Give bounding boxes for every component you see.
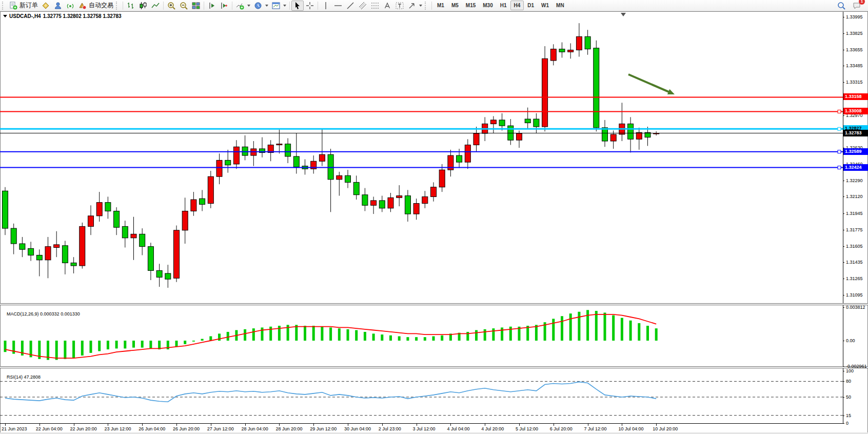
periods-button[interactable] <box>252 1 270 11</box>
time-tick-mark <box>279 424 280 426</box>
timeframe-m30[interactable]: M30 <box>479 1 496 10</box>
price-axis[interactable]: 1.339951.338251.336551.334851.333151.331… <box>843 12 868 303</box>
auto-scroll-button[interactable] <box>206 1 218 11</box>
candle-body <box>200 199 205 204</box>
macd-pane[interactable] <box>0 305 868 366</box>
arrow-annotation[interactable] <box>628 74 670 92</box>
macd-bar <box>484 329 486 341</box>
horizontal-line-tool-button[interactable] <box>332 1 344 11</box>
candlestick-chart-icon <box>139 1 148 10</box>
pane-separator[interactable] <box>0 366 868 368</box>
macd-axis[interactable]: 0.0038120.00-0.002961 <box>843 305 868 366</box>
time-tick-label: 29 Jun 12:00 <box>310 426 337 431</box>
time-tick-label: 5 Jul 12:00 <box>516 426 538 431</box>
macd-bar <box>149 341 152 348</box>
notifications-button[interactable]: 1 <box>851 1 863 11</box>
timeframe-m5[interactable]: M5 <box>448 1 462 10</box>
line-handle[interactable] <box>838 110 841 113</box>
macd-bar <box>432 336 435 341</box>
bar-chart-button[interactable] <box>125 1 137 11</box>
chart-title[interactable]: USDCAD-,H4 1.32775 1.32802 1.32758 1.327… <box>3 13 122 19</box>
time-tick-mark <box>108 424 108 426</box>
candle-body <box>576 36 582 50</box>
price-tick-label: 1.31265 <box>846 276 863 281</box>
styler-button[interactable] <box>40 1 52 11</box>
time-axis[interactable]: 21 Jun 202322 Jun 04:0022 Jun 20:0023 Ju… <box>0 424 868 433</box>
signals-button[interactable] <box>64 1 76 11</box>
line-chart-button[interactable] <box>149 1 162 11</box>
candle-body <box>277 144 282 145</box>
text-label-tool-button[interactable] <box>393 1 406 11</box>
price-line-tag-1.33158: 1.33158 <box>843 93 868 100</box>
time-tick-label: 3 Jul 12:00 <box>413 426 436 431</box>
arrows-tool-button[interactable] <box>406 1 424 11</box>
tile-windows-button[interactable] <box>190 1 202 11</box>
line-handle[interactable] <box>838 150 841 153</box>
candle-body <box>148 247 153 271</box>
candle-body <box>105 203 111 211</box>
timeframe-mn[interactable]: MN <box>553 1 568 10</box>
macd-bar <box>55 341 58 360</box>
search-button[interactable] <box>835 1 847 11</box>
indicators-button[interactable] <box>234 1 252 11</box>
zoom-in-button[interactable] <box>165 1 177 11</box>
main-chart-pane[interactable] <box>0 12 868 303</box>
timeframe-d1[interactable]: D1 <box>524 1 538 10</box>
toolbar-separator <box>204 2 204 10</box>
toolbar-drag-handle[interactable] <box>2 2 6 10</box>
toolbar-separator <box>123 2 123 10</box>
rsi-axis[interactable]: 1008050150 <box>843 368 868 423</box>
cursor-tool-button[interactable] <box>291 1 304 11</box>
rsi-tick-label: 15 <box>846 413 851 418</box>
auto-trading-button[interactable]: 自动交易 <box>76 1 115 11</box>
candlestick-chart-button[interactable] <box>137 1 149 11</box>
chart-shift-button[interactable] <box>218 1 230 11</box>
line-handle[interactable] <box>838 127 841 130</box>
vertical-line-tool-button[interactable] <box>320 1 332 11</box>
time-tick-mark <box>74 424 74 426</box>
candle-body <box>285 144 291 156</box>
equidistant-channel-tool-button[interactable] <box>357 1 369 11</box>
templates-button[interactable] <box>270 1 288 11</box>
toolbar-separator <box>431 2 432 10</box>
candle-body <box>140 234 145 246</box>
macd-bar <box>629 321 632 341</box>
timeframe-m15[interactable]: M15 <box>462 1 479 10</box>
toolbar-drag-handle[interactable] <box>116 2 120 10</box>
macd-bar <box>398 336 401 341</box>
macd-bar <box>372 333 375 341</box>
time-tick-label: 23 Jun 12:00 <box>104 426 131 431</box>
rsi-pane[interactable] <box>0 368 868 423</box>
time-tick-label: 2 Jul 23:00 <box>379 426 401 431</box>
candle-body <box>319 154 325 161</box>
search-icon <box>837 1 846 10</box>
line-chart-icon <box>151 1 160 10</box>
macd-bar <box>638 323 640 341</box>
timeframe-w1[interactable]: W1 <box>538 1 553 10</box>
candle-body <box>80 226 85 266</box>
crosshair-tool-button[interactable] <box>304 1 316 11</box>
timeframe-h1[interactable]: H1 <box>497 1 510 10</box>
time-tick-mark <box>5 424 6 426</box>
shift-marker-icon[interactable] <box>621 13 626 16</box>
trendline-tool-button[interactable] <box>344 1 357 11</box>
gold-diamond-icon <box>41 1 50 10</box>
macd-bar <box>227 332 229 341</box>
new-order-button[interactable]: 新订单 <box>7 1 40 11</box>
fibonacci-tool-button[interactable] <box>369 1 381 11</box>
rsi-tick-label: 80 <box>846 379 851 384</box>
price-tick-label: 1.32290 <box>846 178 863 183</box>
text-tool-button[interactable] <box>381 1 393 11</box>
timeframe-m1[interactable]: M1 <box>433 1 448 10</box>
toolbar-drag-handle[interactable] <box>425 2 428 10</box>
macd-bar <box>124 341 126 348</box>
time-tick-label: 26 Jun 20:00 <box>173 426 200 431</box>
macd-bar <box>604 312 606 341</box>
zoom-out-button[interactable] <box>177 1 190 11</box>
auto-scroll-icon <box>207 1 216 10</box>
timeframe-h4[interactable]: H4 <box>510 1 524 10</box>
line-handle[interactable] <box>838 166 841 169</box>
profile-button[interactable] <box>52 1 64 11</box>
chart-title-ohlc: 1.32775 1.32802 1.32758 1.32783 <box>43 13 122 19</box>
pane-separator[interactable] <box>0 303 868 305</box>
